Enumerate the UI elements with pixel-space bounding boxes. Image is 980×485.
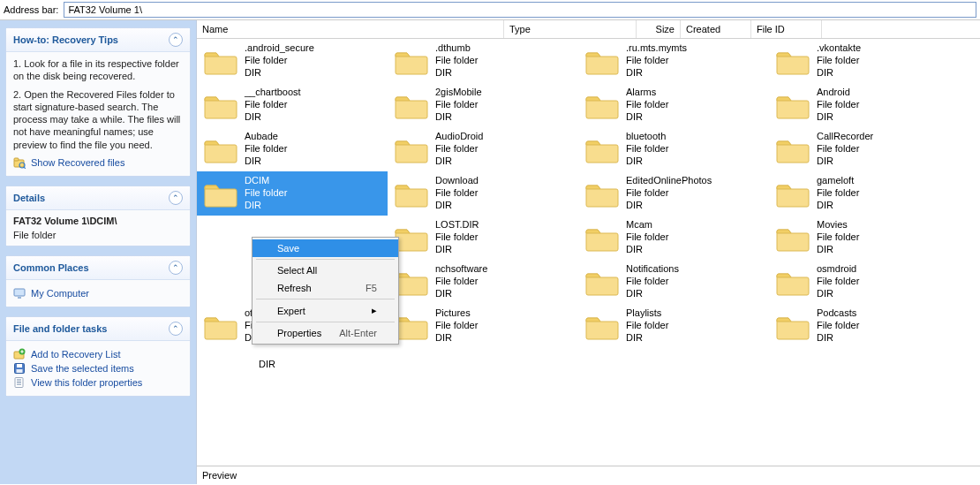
header-created[interactable]: Created [681,20,751,38]
save-selected-link[interactable]: Save the selected items [13,362,183,375]
folder-icon [584,131,621,168]
item-ext: DIR [817,244,859,256]
item-name: .android_secure [245,42,314,55]
item-type: File folder [626,55,687,67]
folder-item[interactable]: AlarmsFile folderDIR [578,83,769,127]
panel-tasks-header[interactable]: File and folder tasks ⌃ [6,317,190,341]
item-type: File folder [626,99,668,111]
item-ext: DIR [259,359,275,369]
view-props-link[interactable]: View this folder properties [13,376,183,389]
menu-expert[interactable]: Expert▸ [253,301,398,320]
item-type: File folder [817,231,859,244]
panel-tasks-title: File and folder tasks [13,323,107,334]
folder-item[interactable]: PicturesFile folderDIR [388,304,578,348]
item-name: AudioDroid [435,131,483,143]
folder-item[interactable]: LOST.DIRFile folderDIR [388,216,578,260]
sidebar: How-to: Recovery Tips ⌃ 1. Look for a fi… [0,20,196,484]
panel-tips-title: How-to: Recovery Tips [13,34,118,45]
folder-icon [202,307,239,345]
folder-icon [774,42,811,80]
folder-item[interactable]: .dthumbFile folderDIR [388,39,578,83]
folder-item[interactable]: nchsoftwareFile folderDIR [388,260,578,304]
item-type: File folder [626,320,668,332]
folder-icon [393,87,430,124]
item-ext: DIR [435,111,482,124]
folder-item[interactable]: PlaylistsFile folderDIR [578,304,769,348]
item-ext: DIR [435,332,478,345]
view-props-label: View this folder properties [31,377,142,388]
item-ext: DIR [435,155,483,168]
tips-p2: 2. Open the Recovered Files folder to st… [13,88,183,151]
chevron-up-icon[interactable]: ⌃ [169,33,183,47]
add-recovery-link[interactable]: Add to Recovery List [13,348,183,360]
folder-item[interactable]: .android_secureFile folderDIR [197,39,388,83]
my-computer-link[interactable]: My Computer [13,287,183,299]
folder-item[interactable]: osmdroidFile folderDIR [769,260,960,304]
chevron-up-icon[interactable]: ⌃ [169,261,183,275]
chevron-up-icon[interactable]: ⌃ [169,322,183,336]
folder-item[interactable]: .ru.mts.mymtsFile folderDIR [578,39,769,83]
menu-refresh[interactable]: RefreshF5 [253,279,398,297]
chevron-up-icon[interactable]: ⌃ [169,191,183,205]
item-name: Aubade [245,131,287,143]
folder-item[interactable]: DownloadFile folderDIR [388,171,578,216]
item-type: File folder [435,276,487,288]
menu-properties[interactable]: PropertiesAlt-Enter [253,324,398,342]
folder-item[interactable]: DCIMFile folderDIR [197,171,388,216]
item-name: Podcasts [817,307,859,320]
folder-item[interactable]: CallRecorderFile folderDIR [769,127,960,171]
folder-item[interactable]: __chartboostFile folderDIR [197,83,388,127]
folder-item[interactable]: .vkontakteFile folderDIR [769,39,960,83]
folder-item[interactable]: gameloftFile folderDIR [769,171,960,216]
folder-item[interactable]: NotificationsFile folderDIR [578,260,769,304]
header-name[interactable]: Name [197,20,504,38]
item-ext: DIR [817,111,859,124]
address-input[interactable] [64,2,976,18]
item-type: File folder [435,320,478,332]
panel-common-header[interactable]: Common Places ⌃ [6,256,190,280]
folder-icon [202,131,239,168]
item-ext: DIR [626,111,668,124]
menu-save[interactable]: Save [253,239,398,257]
item-name: .vkontakte [817,42,861,55]
folder-item[interactable]: PodcastsFile folderDIR [769,304,960,348]
item-ext: DIR [245,155,287,168]
folder-item[interactable]: AubadeFile folderDIR [197,127,388,171]
header-size[interactable]: Size [637,20,681,38]
content-area: Name Type Size Created File ID .android_… [196,20,980,484]
menu-select-all[interactable]: Select All [253,261,398,279]
folder-icon [774,131,811,168]
panel-tips-header[interactable]: How-to: Recovery Tips ⌃ [6,28,190,52]
folder-icon [202,175,239,212]
item-ext: DIR [245,67,314,80]
folder-icon [774,219,811,256]
item-name: Download [435,175,479,187]
item-name: LOST.DIR [435,219,479,231]
item-ext: DIR [626,288,679,300]
item-ext: DIR [817,332,859,345]
add-recovery-label: Add to Recovery List [31,349,121,360]
folder-icon [393,42,430,80]
header-type[interactable]: Type [504,20,637,38]
folder-item[interactable]: McamFile folderDIR [578,216,769,260]
header-fileid[interactable]: File ID [751,20,822,38]
item-ext: DIR [435,244,479,256]
file-grid[interactable]: .android_secureFile folderDIR.dthumbFile… [197,39,980,466]
panel-details-header[interactable]: Details ⌃ [6,186,190,210]
my-computer-label: My Computer [31,288,89,299]
folder-item[interactable]: MoviesFile folderDIR [769,216,960,260]
panel-tips: How-to: Recovery Tips ⌃ 1. Look for a fi… [5,27,191,177]
show-recovered-link[interactable]: Show Recovered files [13,156,183,169]
folder-item[interactable]: AudioDroidFile folderDIR [388,127,578,171]
details-path: FAT32 Volume 1\DCIM\ [13,216,183,226]
save-selected-label: Save the selected items [31,363,134,374]
item-name: bluetooth [626,131,668,143]
item-name: .ru.mts.mymts [626,42,687,55]
folder-icon [584,42,621,80]
folder-item[interactable]: 2gisMobileFile folderDIR [388,83,578,127]
folder-item[interactable]: AndroidFile folderDIR [769,83,960,127]
folder-item[interactable]: bluetoothFile folderDIR [578,127,769,171]
folder-item[interactable]: EditedOnlinePhotosFile folderDIR [578,171,769,216]
item-ext: DIR [626,155,668,168]
show-recovered-label: Show Recovered files [31,157,124,168]
